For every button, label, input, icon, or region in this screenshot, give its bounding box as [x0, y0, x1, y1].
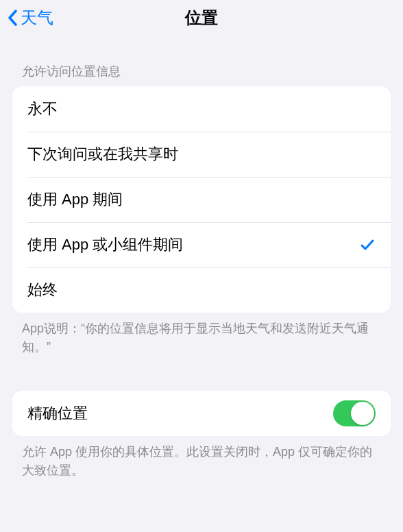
option-always[interactable]: 始终 [12, 267, 391, 313]
checkmark-icon [359, 237, 376, 253]
option-while-using-widgets[interactable]: 使用 App 或小组件期间 [12, 222, 391, 267]
option-ask-next-time[interactable]: 下次询问或在我共享时 [12, 132, 391, 177]
option-label: 使用 App 期间 [27, 189, 376, 210]
back-button[interactable]: 天气 [7, 7, 53, 29]
section-header-access: 允许访问位置信息 [0, 63, 403, 86]
option-label: 始终 [27, 280, 376, 300]
option-label: 永不 [27, 99, 376, 119]
section-footer-app-description: App说明：“你的位置信息将用于显示当地天气和发送附近天气通知。” [0, 313, 403, 356]
back-label: 天气 [21, 7, 53, 29]
navigation-bar: 天气 位置 [0, 0, 403, 36]
precise-location-group: 精确位置 [12, 391, 391, 436]
location-access-group: 永不 下次询问或在我共享时 使用 App 期间 使用 App 或小组件期间 始终 [12, 86, 391, 313]
toggle-knob [351, 402, 374, 425]
page-title: 位置 [185, 7, 218, 29]
option-label: 使用 App 或小组件期间 [27, 234, 359, 255]
section-footer-precise: 允许 App 使用你的具体位置。此设置关闭时，App 仅可确定你的大致位置。 [0, 436, 403, 480]
precise-location-label: 精确位置 [27, 403, 333, 424]
option-never[interactable]: 永不 [12, 86, 391, 132]
option-label: 下次询问或在我共享时 [27, 144, 376, 165]
chevron-left-icon [7, 8, 19, 27]
precise-location-row[interactable]: 精确位置 [12, 391, 391, 436]
precise-location-toggle[interactable] [333, 400, 376, 426]
option-while-using[interactable]: 使用 App 期间 [12, 177, 391, 222]
